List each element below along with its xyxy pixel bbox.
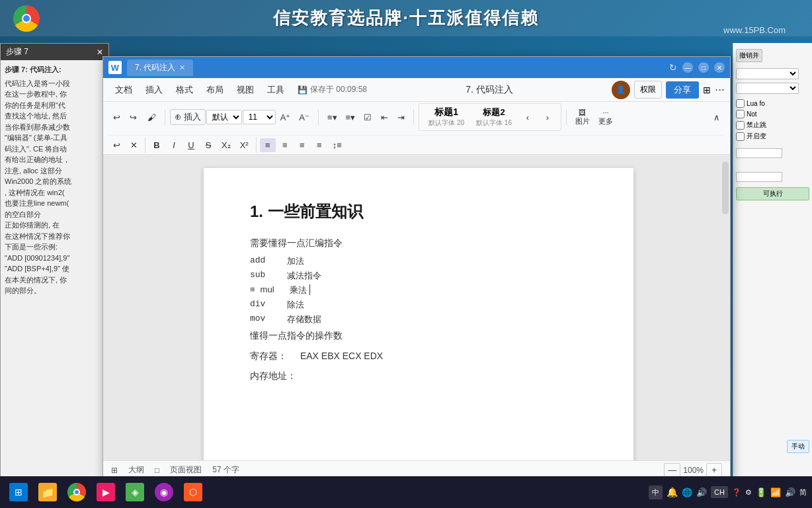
rp-cb4-label: 开启变 [747,132,766,141]
bold-button[interactable]: B [149,138,165,152]
doc-para2: 懂得一点指令的操作数 [250,328,587,343]
tab-close-icon[interactable]: ✕ [179,64,185,72]
taskbar-app4[interactable]: ◈ [122,479,148,505]
redo-button[interactable]: ↪ [125,110,141,124]
italic-button[interactable]: I [166,138,182,152]
statusbar-pageview[interactable]: 页面视图 [170,464,202,476]
permission-button[interactable]: 权限 [634,81,662,99]
align-left-btn[interactable]: ≡ [260,138,276,152]
indent-decrease-btn[interactable]: ⇤ [376,110,392,124]
statusbar-outline[interactable]: 大纲 [128,464,144,476]
rp-cb3: 禁止跳 [736,120,809,130]
more-tools-button[interactable]: ··· 更多 [594,106,617,128]
format-paint-button[interactable]: 🖌 [143,110,160,124]
menu-tools[interactable]: 工具 [261,80,291,100]
heading-nav-next[interactable]: › [540,110,555,124]
underline-button[interactable]: U [183,138,199,152]
taskbar-settings-icon[interactable]: ⚙ [745,488,752,497]
menu-insert[interactable]: 插入 [139,80,169,100]
align-center-btn[interactable]: ≡ [277,138,293,152]
statusbar-right: — 100% + [664,463,722,477]
rp-bottom: 手动 [787,440,809,453]
font-size-select[interactable]: 11 [243,110,276,124]
rp-cb1-input[interactable] [736,99,745,108]
insert-mode-btn[interactable]: ⊕ 插入 [170,109,206,125]
doc-para1: 需要懂得一点汇编指令 [250,235,587,250]
rp-dropdown2[interactable] [736,83,799,94]
taskbar-battery-icon: 🔋 [756,487,766,497]
rp-hex-input1[interactable]: 000000 [736,148,782,158]
subscript-button[interactable]: X₂ [218,138,235,152]
taskbar-help-icon[interactable]: ❓ [732,488,741,497]
menu-format[interactable]: 格式 [169,80,200,100]
share-button[interactable]: 分享 [666,81,699,99]
step7-close[interactable]: ✕ [97,48,103,57]
rp-cb2-input[interactable] [736,110,745,118]
indent-increase-btn[interactable]: ⇥ [393,110,409,124]
rp-cb3-input[interactable] [736,121,745,130]
taskbar-lang-ch[interactable]: 中 [649,486,663,499]
line-spacing-btn[interactable]: ↕≡ [329,138,346,152]
taskbar-app6[interactable]: ⬡ [180,479,206,505]
heading1-item[interactable]: 标题1 默认字体 20 [425,105,468,129]
undo-button[interactable]: ↩ [108,110,124,124]
align-right-btn[interactable]: ≡ [294,138,310,152]
maximize-button[interactable]: □ [698,62,709,73]
minimize-button[interactable]: — [682,62,693,73]
word-tab-active[interactable]: 7. 代码注入 ✕ [127,60,193,76]
kw-mov: mov [250,314,276,325]
word-page-content[interactable]: 1. 一些前置知识 需要懂得一点汇编指令 add 加法 sub 减法指令 ≡ m… [204,168,633,460]
taskbar-chrome[interactable] [63,479,90,505]
collapse-toolbar-btn[interactable]: ∧ [709,110,725,124]
code-line-add: add 加法 [250,255,587,267]
taskbar-media[interactable]: ▶ [93,479,119,505]
taskbar-app5[interactable]: ◉ [151,479,177,505]
font-size-decrease[interactable]: A⁻ [295,110,313,124]
undo2-button[interactable]: ↩ [108,138,124,152]
rp-cb1-label: Lua fo [747,100,765,107]
menu-view[interactable]: 视图 [230,80,261,100]
unordered-list-btn[interactable]: ≡▾ [323,110,341,124]
image-button[interactable]: 🖼 图片 [571,106,594,128]
taskbar-explorer[interactable]: 📁 [34,479,61,505]
taskbar: ⊞ 📁 ▶ ◈ ◉ ⬡ 中 🔔 🌐 🔊 CH ❓ ⚙ [0,476,812,508]
strikethrough-button[interactable]: S [200,138,216,152]
more-button[interactable]: ··· [715,83,725,97]
sep6 [256,137,257,153]
undo-redo-group: ↩ ↪ [108,110,141,124]
save-icon: 💾 [298,85,307,95]
format-icon[interactable]: ⊞ [703,85,711,95]
app5-icon: ◉ [155,483,173,501]
rp-execute-btn[interactable]: 可执行 [736,187,809,200]
clear-format-btn[interactable]: ✕ [126,138,142,152]
step7-line-8: 有给出正确的地址， [5,154,104,165]
taskbar-ime-icon[interactable]: CH [711,486,728,498]
save-status: 💾 保存于 00:09:58 [298,84,367,95]
superscript-button[interactable]: X² [236,138,253,152]
word-titlebar: W 7. 代码注入 ✕ ↻ — □ ✕ [103,57,730,78]
word-refresh-icon[interactable]: ↻ [669,62,677,73]
right-panel: 撤销并 Lua fo Not 禁止跳 开启变 [733,43,812,493]
rp-cancel-btn[interactable]: 撤销并 [736,49,762,62]
align-justify-btn[interactable]: ≡ [311,138,327,152]
rp-cb4-input[interactable] [736,132,745,141]
checkbox-btn[interactable]: ☑ [360,110,376,124]
rp-manual-btn[interactable]: 手动 [787,440,809,453]
ordered-list-btn[interactable]: ≡▾ [342,110,360,124]
font-size-increase[interactable]: A⁺ [276,110,295,124]
close-button[interactable]: ✕ [714,62,725,73]
rp-hex-input2[interactable]: ffffff [736,172,782,182]
heading-nav-prev[interactable]: ‹ [520,110,536,124]
rp-dropdown1[interactable] [736,68,799,79]
menu-layout[interactable]: 布局 [200,80,230,100]
step7-line-7: 码注入". CE 将自动 [5,144,104,155]
word-scrollbar[interactable] [722,161,729,214]
word-page[interactable]: 1. 一些前置知识 需要懂得一点汇编指令 add 加法 sub 减法指令 ≡ m… [116,155,721,460]
menu-doc[interactable]: 文档 [108,80,139,100]
taskbar-start[interactable]: ⊞ [5,479,32,505]
font-name-select[interactable]: 默认 [206,110,242,124]
zoom-plus-btn[interactable]: + [706,463,722,477]
heading2-item[interactable]: 标题2 默认字体 16 [472,105,516,129]
zoom-minus-btn[interactable]: — [664,463,680,477]
cm-add: 加法 [287,255,304,267]
